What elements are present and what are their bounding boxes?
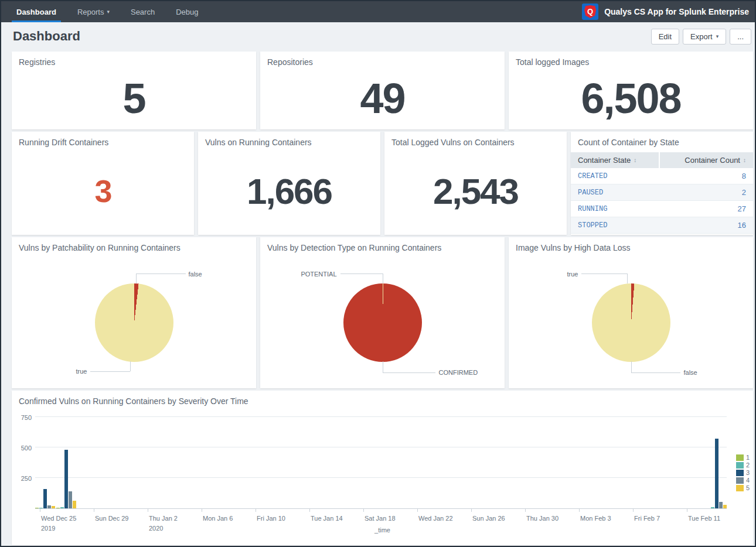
container-state-cell[interactable]: CREATED bbox=[571, 168, 660, 184]
bar-severity-2[interactable] bbox=[39, 508, 43, 508]
panel-title: Vulns by Detection Type on Running Conta… bbox=[260, 237, 505, 252]
panel-title: Vulns on Running Containers bbox=[198, 132, 380, 147]
table-header-row: Container State ↕ Container Count ↕ bbox=[571, 152, 753, 168]
container-count-cell[interactable]: 8 bbox=[660, 168, 753, 184]
bar-severity-3[interactable] bbox=[43, 489, 47, 508]
container-state-cell[interactable]: RUNNING bbox=[571, 201, 660, 217]
pie-chart-high-data-loss[interactable] bbox=[592, 283, 670, 362]
app-brand: Q Qualys CS App for Splunk Enterprise bbox=[582, 1, 755, 22]
column-header-container-state[interactable]: Container State ↕ bbox=[571, 152, 660, 168]
bar-severity-3[interactable] bbox=[64, 450, 68, 508]
container-state-cell[interactable]: STOPPED bbox=[571, 217, 660, 233]
x-axis-tick bbox=[471, 509, 472, 512]
panel-pie-detection-type: Vulns by Detection Type on Running Conta… bbox=[260, 237, 505, 388]
single-value-vulns-running-containers: 1,666 bbox=[198, 147, 380, 235]
leader-line bbox=[627, 274, 628, 283]
x-axis-tick-label: Sun Dec 29 bbox=[95, 514, 128, 524]
bar-severity-4[interactable] bbox=[69, 491, 72, 508]
more-button-label: ... bbox=[737, 32, 744, 41]
more-button[interactable]: ... bbox=[730, 29, 751, 45]
gridline bbox=[35, 477, 727, 478]
x-axis-tick-label: Mon Feb 3 bbox=[580, 514, 611, 524]
nav-tab-reports-label: Reports bbox=[77, 8, 104, 16]
nav-tab-reports[interactable]: Reports ▾ bbox=[67, 1, 120, 22]
x-axis-tick-label: Thu Jan 30 bbox=[526, 514, 559, 524]
container-count-cell[interactable]: 27 bbox=[660, 201, 753, 217]
bar-severity-1[interactable] bbox=[56, 508, 60, 508]
y-axis-tick-label: 500 bbox=[14, 445, 32, 452]
header-actions: Edit Export ▾ ... bbox=[651, 29, 751, 45]
bar-severity-2[interactable] bbox=[711, 507, 714, 508]
x-axis-tick-label: Mon Jan 6 bbox=[203, 514, 233, 524]
legend-label: 4 bbox=[746, 477, 750, 484]
panel-title: Total logged Images bbox=[509, 52, 753, 67]
legend-item-severity-3[interactable]: 3 bbox=[736, 469, 750, 476]
row-pie-charts: Vulns by Patchability on Running Contain… bbox=[12, 237, 753, 388]
bar-severity-1[interactable] bbox=[35, 508, 39, 508]
single-value-registries: 5 bbox=[12, 67, 256, 129]
row-bar-chart: Confirmed Vulns on Running Containers by… bbox=[12, 391, 753, 545]
panel-registries: Registries 5 bbox=[12, 52, 256, 129]
container-state-cell[interactable]: PAUSED bbox=[571, 184, 660, 200]
container-count-cell[interactable]: 16 bbox=[660, 217, 753, 233]
panel-container-state-table: Count of Container by State Container St… bbox=[571, 132, 753, 235]
x-axis-tick bbox=[525, 509, 526, 512]
legend-item-severity-5[interactable]: 5 bbox=[736, 484, 750, 491]
leader-line bbox=[631, 361, 632, 372]
pie-slice-label: false bbox=[684, 369, 697, 376]
x-axis-tick-label: Tue Jan 14 bbox=[311, 514, 343, 524]
x-axis-tick bbox=[579, 509, 580, 512]
app-title: Qualys CS App for Splunk Enterprise bbox=[604, 7, 749, 16]
bar-severity-2[interactable] bbox=[60, 507, 64, 508]
export-button[interactable]: Export ▾ bbox=[683, 29, 726, 45]
bar-severity-4[interactable] bbox=[47, 505, 51, 508]
x-axis-title: _time bbox=[12, 527, 753, 534]
legend-item-severity-1[interactable]: 1 bbox=[736, 454, 750, 461]
panel-total-logged-images: Total logged Images 6,508 bbox=[509, 52, 753, 129]
gridline bbox=[35, 416, 727, 417]
x-axis-tick bbox=[363, 509, 364, 512]
edit-button[interactable]: Edit bbox=[651, 29, 679, 45]
y-axis-tick-label: 750 bbox=[14, 414, 32, 421]
qualys-logo-letter: Q bbox=[587, 8, 593, 15]
gridline bbox=[35, 447, 727, 447]
legend-swatch bbox=[736, 485, 744, 491]
leader-line bbox=[130, 361, 131, 371]
nav-tab-search[interactable]: Search bbox=[120, 1, 165, 22]
pie-chart-patchability[interactable] bbox=[95, 283, 173, 362]
bar-severity-3[interactable] bbox=[715, 439, 718, 508]
pie-chart-detection-type[interactable] bbox=[343, 283, 422, 362]
nav-tab-debug[interactable]: Debug bbox=[165, 1, 209, 22]
pie-slice-label: true bbox=[537, 271, 578, 278]
table-row: CREATED8 bbox=[571, 168, 753, 184]
table-row: PAUSED2 bbox=[571, 184, 753, 201]
bar-severity-5[interactable] bbox=[52, 506, 55, 508]
panel-title: Confirmed Vulns on Running Containers by… bbox=[12, 391, 753, 406]
bar-severity-5[interactable] bbox=[723, 505, 727, 508]
panel-title: Registries bbox=[12, 52, 256, 67]
single-value-repositories: 49 bbox=[260, 67, 505, 129]
pie-slice-label: POTENTIAL bbox=[295, 271, 337, 278]
legend-swatch bbox=[736, 470, 744, 476]
x-axis-tick bbox=[148, 509, 148, 512]
chart-legend: 12345 bbox=[736, 454, 750, 491]
container-count-cell[interactable]: 2 bbox=[660, 184, 753, 200]
nav-tab-search-label: Search bbox=[131, 8, 155, 16]
column-header-label: Container Count bbox=[685, 156, 740, 165]
legend-item-severity-4[interactable]: 4 bbox=[736, 477, 750, 484]
legend-item-severity-2[interactable]: 2 bbox=[736, 461, 750, 469]
bar-severity-4[interactable] bbox=[719, 502, 723, 508]
leader-line bbox=[90, 371, 130, 372]
row-single-values-top: Registries 5 Repositories 49 Total logge… bbox=[12, 52, 753, 129]
leader-line bbox=[631, 372, 680, 373]
bar-severity-5[interactable] bbox=[73, 501, 76, 508]
nav-tab-debug-label: Debug bbox=[176, 8, 198, 16]
top-navbar: Dashboard Reports ▾ Search Debug Q Qualy… bbox=[1, 1, 755, 22]
column-header-container-count[interactable]: Container Count ↕ bbox=[660, 152, 753, 168]
legend-label: 1 bbox=[746, 454, 750, 461]
nav-tab-dashboard[interactable]: Dashboard bbox=[6, 1, 67, 22]
x-axis-tick bbox=[633, 509, 634, 512]
x-axis-tick bbox=[256, 509, 256, 512]
panel-total-logged-vulns: Total Logged Vulns on Containers 2,543 bbox=[384, 132, 567, 235]
single-value-total-logged-vulns: 2,543 bbox=[384, 147, 567, 235]
